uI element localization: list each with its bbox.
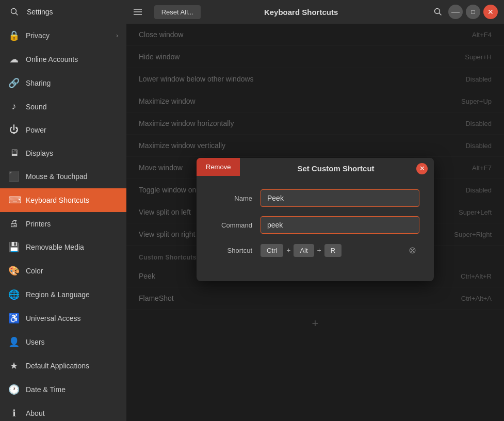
mouse-touchpad-icon: ⬛: [8, 171, 20, 182]
modal-overlay: Remove Set Custom Shortcut ✕ Name Comman…: [126, 24, 504, 421]
sidebar-label-about: About: [26, 409, 45, 417]
titlebar-search-button[interactable]: [6, 4, 23, 20]
sidebar-label-users: Users: [26, 338, 45, 346]
displays-icon: 🖥: [8, 148, 20, 158]
close-button[interactable]: ✕: [483, 5, 498, 19]
sidebar-label-color: Color: [26, 267, 43, 275]
sidebar-label-power: Power: [26, 126, 46, 134]
key-ctrl: Ctrl: [261, 244, 283, 257]
sidebar-item-about[interactable]: ℹAbout: [0, 401, 126, 421]
color-icon: 🎨: [8, 265, 20, 277]
chevron-icon-privacy: ›: [116, 32, 118, 39]
key-alt: Alt: [294, 244, 314, 257]
sidebar-label-date-time: Date & Time: [26, 385, 66, 394]
sidebar-item-date-time[interactable]: 🕐Date & Time: [0, 378, 126, 401]
maximize-button[interactable]: □: [466, 5, 480, 19]
reset-all-button[interactable]: Reset All...: [154, 5, 201, 19]
region-language-icon: 🌐: [8, 289, 20, 300]
window-title: Keyboard Shortcuts: [205, 8, 397, 17]
sidebar-item-privacy[interactable]: 🔒Privacy›: [0, 24, 126, 47]
titlebar-menu-button[interactable]: [129, 4, 146, 20]
window-controls: — □ ✕: [401, 5, 498, 19]
sidebar: 🔒Privacy›☁Online Accounts🔗Sharing♪Sound⏻…: [0, 24, 126, 421]
minimize-button[interactable]: —: [448, 5, 463, 19]
sidebar-label-mouse-touchpad: Mouse & Touchpad: [26, 172, 88, 181]
sidebar-label-privacy: Privacy: [26, 31, 50, 40]
name-label: Name: [211, 195, 252, 202]
svg-line-1: [16, 13, 18, 15]
main-panel: Close windowAlt+F4Hide windowSuper+HLowe…: [126, 24, 504, 421]
sidebar-item-online-accounts[interactable]: ☁Online Accounts: [0, 47, 126, 71]
sidebar-label-sharing: Sharing: [26, 79, 51, 87]
sidebar-item-sound[interactable]: ♪Sound: [0, 95, 126, 118]
sidebar-item-removable-media[interactable]: 💾Removable Media: [0, 235, 126, 259]
online-accounts-icon: ☁: [8, 54, 20, 65]
sidebar-item-power[interactable]: ⏻Power: [0, 118, 126, 141]
shortcut-label: Shortcut: [211, 247, 252, 254]
name-input[interactable]: [261, 189, 419, 207]
content-area: 🔒Privacy›☁Online Accounts🔗Sharing♪Sound⏻…: [0, 24, 504, 421]
dialog-close-button[interactable]: ✕: [416, 163, 428, 174]
dialog-header: Remove Set Custom Shortcut ✕: [197, 158, 434, 179]
removable-media-icon: 💾: [8, 241, 20, 253]
sidebar-label-sound: Sound: [26, 103, 46, 111]
remove-button[interactable]: Remove: [197, 158, 240, 176]
shortcut-clear-button[interactable]: ⊗: [405, 243, 419, 257]
main-window: Settings Reset All... Keyboard Shortcuts…: [0, 0, 504, 421]
sidebar-label-printers: Printers: [26, 220, 51, 228]
power-icon: ⏻: [8, 124, 20, 135]
keyboard-shortcuts-icon: ⌨: [8, 195, 20, 206]
sharing-icon: 🔗: [8, 77, 20, 89]
sidebar-item-universal-access[interactable]: ♿Universal Access: [0, 306, 126, 330]
settings-title: Settings: [27, 8, 123, 16]
command-row: Command: [211, 216, 419, 234]
search-button[interactable]: [431, 5, 445, 19]
sidebar-label-default-apps: Default Applications: [26, 362, 89, 370]
sidebar-item-displays[interactable]: 🖥Displays: [0, 141, 126, 165]
titlebar: Settings Reset All... Keyboard Shortcuts…: [0, 0, 504, 24]
sidebar-item-printers[interactable]: 🖨Printers: [0, 212, 126, 235]
name-row: Name: [211, 189, 419, 207]
sidebar-item-users[interactable]: 👤Users: [0, 330, 126, 354]
sidebar-item-sharing[interactable]: 🔗Sharing: [0, 71, 126, 95]
plus-1: +: [286, 246, 290, 254]
sidebar-item-mouse-touchpad[interactable]: ⬛Mouse & Touchpad: [0, 165, 126, 188]
sidebar-label-region-language: Region & Language: [26, 290, 90, 299]
date-time-icon: 🕐: [8, 384, 20, 395]
sidebar-label-keyboard-shortcuts: Keyboard Shortcuts: [26, 196, 89, 204]
sidebar-label-universal-access: Universal Access: [26, 314, 81, 322]
key-r: R: [324, 244, 342, 257]
command-label: Command: [211, 221, 252, 229]
shortcut-row: Shortcut Ctrl + Alt + R ⊗: [211, 243, 419, 257]
about-icon: ℹ: [8, 408, 20, 419]
dialog-body: Name Command Shortcut Ctrl +: [197, 179, 434, 281]
users-icon: 👤: [8, 336, 20, 348]
set-custom-shortcut-dialog: Remove Set Custom Shortcut ✕ Name Comman…: [197, 158, 434, 281]
command-input[interactable]: [261, 216, 419, 234]
universal-access-icon: ♿: [8, 313, 20, 324]
plus-2: +: [317, 246, 321, 254]
privacy-icon: 🔒: [8, 30, 20, 41]
sidebar-item-default-apps[interactable]: ★Default Applications: [0, 354, 126, 378]
sidebar-label-removable-media: Removable Media: [26, 243, 84, 251]
printers-icon: 🖨: [8, 218, 20, 229]
sidebar-item-keyboard-shortcuts[interactable]: ⌨Keyboard Shortcuts: [0, 188, 126, 212]
sidebar-item-region-language[interactable]: 🌐Region & Language: [0, 283, 126, 306]
sidebar-label-online-accounts: Online Accounts: [26, 55, 78, 63]
shortcut-display: Ctrl + Alt + R ⊗: [261, 243, 419, 257]
svg-line-6: [440, 13, 442, 15]
sound-icon: ♪: [8, 101, 20, 112]
sidebar-label-displays: Displays: [26, 149, 53, 157]
sidebar-item-color[interactable]: 🎨Color: [0, 259, 126, 283]
default-apps-icon: ★: [8, 360, 20, 371]
